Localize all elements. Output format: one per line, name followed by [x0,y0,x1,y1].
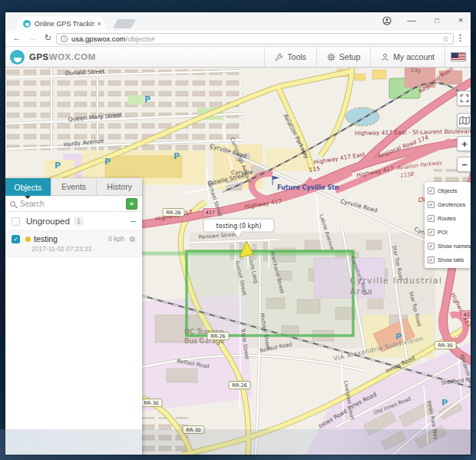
svg-text:417: 417 [206,210,215,216]
map-label: Area [350,286,373,296]
object-speed: 0 kph [108,235,124,243]
tab-title: Online GPS Tracking & F [35,20,94,28]
window-maximize-button[interactable]: □ [431,17,442,25]
object-checkbox-checked[interactable]: ✓ [12,235,20,243]
fullscreen-button[interactable] [457,91,471,106]
parking-icon: P [174,151,180,161]
map-setting-objects[interactable]: ✓Objects [425,184,471,197]
map-setting-label: Show tails [438,256,464,263]
checkbox-checked-icon[interactable]: ✓ [428,256,435,263]
zoom-in-button[interactable]: + [457,136,471,151]
checkbox-checked-icon[interactable]: ✓ [428,243,435,250]
map-setting-routes[interactable]: ✓Routes [425,211,471,225]
group-row-ungrouped[interactable]: Ungrouped 1 − [5,212,142,231]
geofence-rectangle[interactable] [187,251,353,336]
road-shield: 417 [461,311,471,319]
map-setting-geofences[interactable]: ✓Geofences [425,197,471,211]
tools-button[interactable]: Tools [264,47,316,67]
gear-icon [327,53,336,61]
road-shield: RR-30 [183,426,204,434]
browser-titlebar: Online GPS Tracking & F × — □ × [5,12,471,31]
wrench-icon [275,53,283,61]
url-host: usa.gpswox.com [71,35,126,43]
tab-events[interactable]: Events [51,178,98,196]
road-shield: 417 [203,209,217,217]
svg-text:RR-26: RR-26 [232,382,246,389]
parking-icon: P [55,161,61,170]
svg-text:RR-26: RR-26 [166,210,180,216]
browser-toolbar: ← → ↻ i usa.gpswox.com/objects# ☆ ⋮ [5,31,471,47]
object-settings-gear-icon[interactable]: ⚙ [129,235,136,243]
bookmark-star-icon[interactable]: ☆ [442,35,449,43]
window-close-button[interactable]: × [455,15,466,25]
gpswox-logo-icon [10,50,25,65]
checkbox-checked-icon[interactable]: ✓ [428,215,435,222]
url-bar[interactable]: i usa.gpswox.com/objects# ☆ [56,33,454,45]
road-shield: RR-26 [163,209,184,217]
language-selector[interactable] [445,47,471,67]
tab-history[interactable]: History [97,178,142,196]
browser-window: Online GPS Tracking & F × — □ × ← → ↻ i … [5,12,471,455]
gpswox-favicon [23,20,31,28]
road-shield: RR-26 [229,382,250,389]
map-label: Future Cyville Stn [277,184,339,191]
checkbox-checked-icon[interactable]: ✓ [428,201,435,208]
back-icon[interactable]: ← [12,33,21,42]
brand-rest: WOX.COM [49,52,96,61]
svg-text:RR-30: RR-30 [186,427,200,433]
add-object-button[interactable]: + [126,198,137,210]
desktop-background: Online GPS Tracking & F × — □ × ← → ↻ i … [0,0,476,460]
map-layers-button[interactable] [457,113,471,128]
page-info-icon[interactable]: i [61,35,68,42]
map-setting-poi[interactable]: ✓POI [425,225,471,239]
forward-icon[interactable]: → [28,33,37,42]
brand-bold: GPS [29,52,49,61]
tab-objects[interactable]: Objects [5,178,51,196]
browser-profile-icon[interactable] [382,16,392,27]
road-shield: RR-30 [140,399,162,407]
search-icon [10,201,15,207]
my-account-label: My account [393,52,435,61]
map-setting-show-tails[interactable]: ✓Show tails [425,253,471,266]
object-timestamp: 2017-11-02 07:23:33 [31,245,136,253]
tab-close-icon[interactable]: × [98,20,101,28]
map-setting-show-names[interactable]: ✓Show names [425,239,471,253]
group-checkbox[interactable] [12,217,20,226]
group-count-badge: 1 [74,217,84,226]
svg-text:RR-30: RR-30 [144,400,158,406]
window-minimize-button[interactable]: — [406,15,417,25]
setup-button[interactable]: Setup [316,47,370,67]
new-tab-button[interactable] [113,19,136,28]
object-name: testing [34,234,58,243]
map-setting-label: POI [438,229,448,236]
map-setting-label: Routes [438,215,456,222]
browser-tab[interactable]: Online GPS Tracking & F × [14,16,107,31]
object-row-testing[interactable]: ✓ testing 0 kph ⚙ 2017-11-02 07:23:33 [5,231,142,257]
svg-text:417: 417 [464,312,471,318]
map-setting-label: Objects [438,187,457,194]
object-status-dot [25,237,31,242]
gpswox-brand[interactable]: GPSWOX.COM [10,50,96,65]
collapse-group-icon[interactable]: − [130,216,136,227]
map-setting-label: Show names [438,243,471,250]
panel-tabs: Objects Events History [5,178,142,196]
url-path: /objects# [126,35,155,43]
map-label: Cyrville Industrial [350,276,442,285]
parking-icon: P [104,157,111,167]
browser-menu-icon[interactable]: ⋮ [456,33,464,43]
checkbox-checked-icon[interactable]: ✓ [428,187,435,194]
fullscreen-arrows-icon [460,94,469,103]
my-account-button[interactable]: My account [370,47,445,67]
map-canvas[interactable]: Donald StreetQueen Mary StreetHardy Aven… [5,68,471,455]
search-input[interactable] [20,200,126,208]
folded-map-icon [459,116,470,125]
zoom-out-button[interactable]: − [457,157,471,172]
parking-icon: P [395,332,402,342]
user-icon [381,53,389,61]
svg-text:testing (0 kph): testing (0 kph) [217,223,262,230]
road-shield: RR-26 [207,333,229,340]
svg-text:RR-30: RR-30 [438,343,452,349]
checkbox-checked-icon[interactable]: ✓ [428,229,435,236]
reload-icon[interactable]: ↻ [45,33,51,43]
svg-text:RR-26: RR-26 [210,333,225,339]
